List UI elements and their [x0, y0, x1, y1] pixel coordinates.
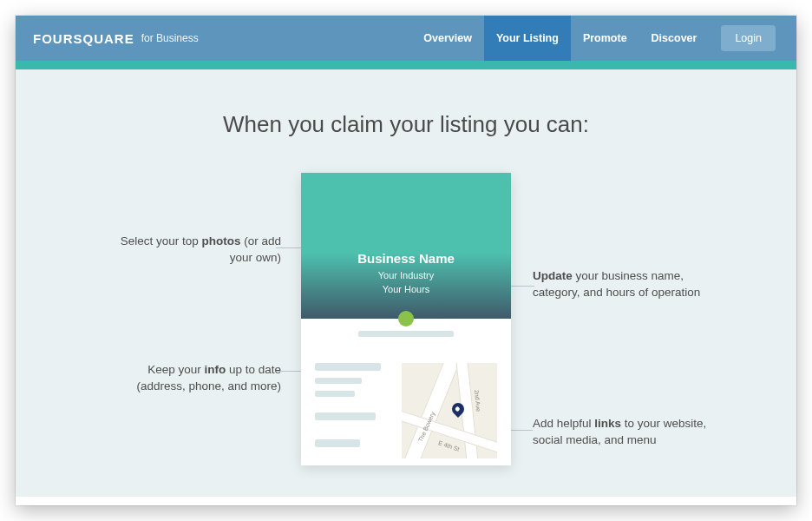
map-street-label: E 4th St: [438, 439, 461, 452]
map-preview: The Bowery 2nd Ave E 4th St: [402, 363, 497, 458]
callout-update-bold: Update: [533, 269, 573, 282]
main-header: FOURSQUARE for Business Overview Your Li…: [16, 16, 796, 61]
info-column: [315, 363, 393, 458]
callout-links-pre: Add helpful: [533, 417, 594, 430]
callout-photos-pre: Select your top: [121, 234, 202, 247]
placeholder-bar: [315, 412, 376, 420]
callout-info-pre: Keep your: [147, 363, 204, 376]
login-button[interactable]: Login: [721, 25, 776, 51]
listing-body: The Bowery 2nd Ave E 4th St: [301, 346, 511, 465]
nav-discover[interactable]: Discover: [639, 16, 710, 61]
placeholder-bar: [358, 331, 454, 337]
map-street-label: 2nd Ave: [474, 390, 481, 412]
callout-links: Add helpful links to your website, socia…: [533, 416, 715, 449]
footer-strip: [16, 497, 796, 505]
nav-overview[interactable]: Overview: [411, 16, 484, 61]
callout-info: Keep your info up to date (address, phon…: [99, 362, 281, 395]
placeholder-bar: [315, 439, 360, 447]
placeholder-bar: [315, 391, 355, 397]
logo: FOURSQUARE: [33, 31, 134, 46]
callout-links-bold: links: [594, 417, 621, 430]
feature-diagram: Select your top photos (or add your own)…: [16, 173, 796, 505]
listing-industry: Your Industry: [301, 269, 511, 282]
callout-photos-bold: photos: [201, 234, 240, 247]
placeholder-bar: [315, 363, 381, 371]
callout-update: Update your business name, category, and…: [533, 268, 715, 301]
listing-preview-card: Business Name Your Industry Your Hours: [301, 173, 511, 465]
listing-hours: Your Hours: [301, 283, 511, 296]
callout-photos: Select your top photos (or add your own): [99, 234, 281, 267]
nav-your-listing[interactable]: Your Listing: [484, 16, 571, 61]
callout-info-bold: info: [204, 363, 226, 376]
logo-subtitle: for Business: [141, 32, 199, 44]
nav-promote[interactable]: Promote: [571, 16, 639, 61]
listing-hero: Business Name Your Industry Your Hours: [301, 173, 511, 319]
listing-title: Business Name: [301, 251, 511, 266]
main-nav: Overview Your Listing Promote Discover L…: [411, 16, 776, 61]
main-content: When you claim your listing you can: Sel…: [16, 69, 796, 505]
page-headline: When you claim your listing you can:: [16, 111, 796, 138]
placeholder-bar: [315, 378, 362, 384]
accent-bar: [16, 61, 796, 69]
status-dot-icon: [398, 311, 414, 326]
